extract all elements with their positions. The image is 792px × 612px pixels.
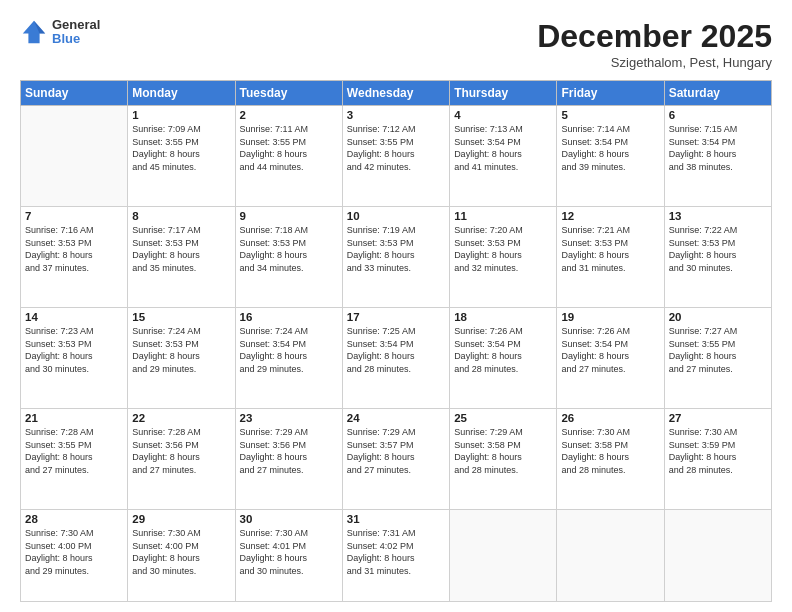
day-info: Sunrise: 7:24 AMSunset: 3:53 PMDaylight:… bbox=[132, 325, 230, 375]
day-number: 21 bbox=[25, 412, 123, 424]
day-info: Sunrise: 7:14 AMSunset: 3:54 PMDaylight:… bbox=[561, 123, 659, 173]
day-cell bbox=[557, 510, 664, 602]
day-number: 25 bbox=[454, 412, 552, 424]
day-cell: 21Sunrise: 7:28 AMSunset: 3:55 PMDayligh… bbox=[21, 409, 128, 510]
day-cell: 23Sunrise: 7:29 AMSunset: 3:56 PMDayligh… bbox=[235, 409, 342, 510]
day-number: 1 bbox=[132, 109, 230, 121]
calendar: SundayMondayTuesdayWednesdayThursdayFrid… bbox=[20, 80, 772, 602]
logo-icon bbox=[20, 18, 48, 46]
day-info: Sunrise: 7:23 AMSunset: 3:53 PMDaylight:… bbox=[25, 325, 123, 375]
day-number: 29 bbox=[132, 513, 230, 525]
day-cell bbox=[21, 106, 128, 207]
day-cell: 4Sunrise: 7:13 AMSunset: 3:54 PMDaylight… bbox=[450, 106, 557, 207]
day-cell: 7Sunrise: 7:16 AMSunset: 3:53 PMDaylight… bbox=[21, 207, 128, 308]
day-info: Sunrise: 7:30 AMSunset: 3:59 PMDaylight:… bbox=[669, 426, 767, 476]
title-section: December 2025 Szigethalom, Pest, Hungary bbox=[537, 18, 772, 70]
day-info: Sunrise: 7:29 AMSunset: 3:56 PMDaylight:… bbox=[240, 426, 338, 476]
day-info: Sunrise: 7:18 AMSunset: 3:53 PMDaylight:… bbox=[240, 224, 338, 274]
day-info: Sunrise: 7:30 AMSunset: 4:00 PMDaylight:… bbox=[132, 527, 230, 577]
day-info: Sunrise: 7:20 AMSunset: 3:53 PMDaylight:… bbox=[454, 224, 552, 274]
day-info: Sunrise: 7:27 AMSunset: 3:55 PMDaylight:… bbox=[669, 325, 767, 375]
day-info: Sunrise: 7:25 AMSunset: 3:54 PMDaylight:… bbox=[347, 325, 445, 375]
week-row-0: 1Sunrise: 7:09 AMSunset: 3:55 PMDaylight… bbox=[21, 106, 772, 207]
header: General Blue December 2025 Szigethalom, … bbox=[20, 18, 772, 70]
day-cell: 9Sunrise: 7:18 AMSunset: 3:53 PMDaylight… bbox=[235, 207, 342, 308]
day-cell: 2Sunrise: 7:11 AMSunset: 3:55 PMDaylight… bbox=[235, 106, 342, 207]
day-cell bbox=[664, 510, 771, 602]
day-info: Sunrise: 7:12 AMSunset: 3:55 PMDaylight:… bbox=[347, 123, 445, 173]
day-cell: 17Sunrise: 7:25 AMSunset: 3:54 PMDayligh… bbox=[342, 308, 449, 409]
day-number: 10 bbox=[347, 210, 445, 222]
day-cell: 25Sunrise: 7:29 AMSunset: 3:58 PMDayligh… bbox=[450, 409, 557, 510]
day-info: Sunrise: 7:17 AMSunset: 3:53 PMDaylight:… bbox=[132, 224, 230, 274]
weekday-header-sunday: Sunday bbox=[21, 81, 128, 106]
day-number: 6 bbox=[669, 109, 767, 121]
day-cell: 24Sunrise: 7:29 AMSunset: 3:57 PMDayligh… bbox=[342, 409, 449, 510]
day-info: Sunrise: 7:28 AMSunset: 3:56 PMDaylight:… bbox=[132, 426, 230, 476]
day-number: 17 bbox=[347, 311, 445, 323]
day-cell bbox=[450, 510, 557, 602]
day-cell: 12Sunrise: 7:21 AMSunset: 3:53 PMDayligh… bbox=[557, 207, 664, 308]
day-number: 28 bbox=[25, 513, 123, 525]
day-cell: 27Sunrise: 7:30 AMSunset: 3:59 PMDayligh… bbox=[664, 409, 771, 510]
day-info: Sunrise: 7:31 AMSunset: 4:02 PMDaylight:… bbox=[347, 527, 445, 577]
day-cell: 31Sunrise: 7:31 AMSunset: 4:02 PMDayligh… bbox=[342, 510, 449, 602]
weekday-header-row: SundayMondayTuesdayWednesdayThursdayFrid… bbox=[21, 81, 772, 106]
day-cell: 26Sunrise: 7:30 AMSunset: 3:58 PMDayligh… bbox=[557, 409, 664, 510]
day-cell: 16Sunrise: 7:24 AMSunset: 3:54 PMDayligh… bbox=[235, 308, 342, 409]
page: General Blue December 2025 Szigethalom, … bbox=[0, 0, 792, 612]
day-cell: 5Sunrise: 7:14 AMSunset: 3:54 PMDaylight… bbox=[557, 106, 664, 207]
day-cell: 29Sunrise: 7:30 AMSunset: 4:00 PMDayligh… bbox=[128, 510, 235, 602]
day-info: Sunrise: 7:30 AMSunset: 3:58 PMDaylight:… bbox=[561, 426, 659, 476]
day-number: 30 bbox=[240, 513, 338, 525]
day-cell: 6Sunrise: 7:15 AMSunset: 3:54 PMDaylight… bbox=[664, 106, 771, 207]
day-number: 8 bbox=[132, 210, 230, 222]
day-cell: 22Sunrise: 7:28 AMSunset: 3:56 PMDayligh… bbox=[128, 409, 235, 510]
day-cell: 15Sunrise: 7:24 AMSunset: 3:53 PMDayligh… bbox=[128, 308, 235, 409]
day-cell: 8Sunrise: 7:17 AMSunset: 3:53 PMDaylight… bbox=[128, 207, 235, 308]
day-number: 19 bbox=[561, 311, 659, 323]
day-info: Sunrise: 7:30 AMSunset: 4:01 PMDaylight:… bbox=[240, 527, 338, 577]
weekday-header-monday: Monday bbox=[128, 81, 235, 106]
day-cell: 3Sunrise: 7:12 AMSunset: 3:55 PMDaylight… bbox=[342, 106, 449, 207]
day-number: 18 bbox=[454, 311, 552, 323]
day-cell: 28Sunrise: 7:30 AMSunset: 4:00 PMDayligh… bbox=[21, 510, 128, 602]
logo-text: General Blue bbox=[52, 18, 100, 47]
logo-line1: General bbox=[52, 18, 100, 32]
logo-line2: Blue bbox=[52, 32, 100, 46]
day-info: Sunrise: 7:29 AMSunset: 3:57 PMDaylight:… bbox=[347, 426, 445, 476]
weekday-header-tuesday: Tuesday bbox=[235, 81, 342, 106]
day-number: 4 bbox=[454, 109, 552, 121]
day-cell: 30Sunrise: 7:30 AMSunset: 4:01 PMDayligh… bbox=[235, 510, 342, 602]
subtitle: Szigethalom, Pest, Hungary bbox=[537, 55, 772, 70]
day-info: Sunrise: 7:09 AMSunset: 3:55 PMDaylight:… bbox=[132, 123, 230, 173]
day-info: Sunrise: 7:16 AMSunset: 3:53 PMDaylight:… bbox=[25, 224, 123, 274]
day-info: Sunrise: 7:30 AMSunset: 4:00 PMDaylight:… bbox=[25, 527, 123, 577]
weekday-header-wednesday: Wednesday bbox=[342, 81, 449, 106]
day-cell: 18Sunrise: 7:26 AMSunset: 3:54 PMDayligh… bbox=[450, 308, 557, 409]
day-number: 15 bbox=[132, 311, 230, 323]
day-cell: 11Sunrise: 7:20 AMSunset: 3:53 PMDayligh… bbox=[450, 207, 557, 308]
day-info: Sunrise: 7:26 AMSunset: 3:54 PMDaylight:… bbox=[561, 325, 659, 375]
day-number: 27 bbox=[669, 412, 767, 424]
day-number: 13 bbox=[669, 210, 767, 222]
day-info: Sunrise: 7:24 AMSunset: 3:54 PMDaylight:… bbox=[240, 325, 338, 375]
day-number: 3 bbox=[347, 109, 445, 121]
day-cell: 1Sunrise: 7:09 AMSunset: 3:55 PMDaylight… bbox=[128, 106, 235, 207]
weekday-header-thursday: Thursday bbox=[450, 81, 557, 106]
day-number: 11 bbox=[454, 210, 552, 222]
day-number: 7 bbox=[25, 210, 123, 222]
day-info: Sunrise: 7:19 AMSunset: 3:53 PMDaylight:… bbox=[347, 224, 445, 274]
day-number: 2 bbox=[240, 109, 338, 121]
weekday-header-saturday: Saturday bbox=[664, 81, 771, 106]
day-number: 20 bbox=[669, 311, 767, 323]
day-cell: 20Sunrise: 7:27 AMSunset: 3:55 PMDayligh… bbox=[664, 308, 771, 409]
day-info: Sunrise: 7:15 AMSunset: 3:54 PMDaylight:… bbox=[669, 123, 767, 173]
weekday-header-friday: Friday bbox=[557, 81, 664, 106]
day-cell: 10Sunrise: 7:19 AMSunset: 3:53 PMDayligh… bbox=[342, 207, 449, 308]
week-row-3: 21Sunrise: 7:28 AMSunset: 3:55 PMDayligh… bbox=[21, 409, 772, 510]
day-cell: 14Sunrise: 7:23 AMSunset: 3:53 PMDayligh… bbox=[21, 308, 128, 409]
day-number: 26 bbox=[561, 412, 659, 424]
day-number: 9 bbox=[240, 210, 338, 222]
month-title: December 2025 bbox=[537, 18, 772, 55]
